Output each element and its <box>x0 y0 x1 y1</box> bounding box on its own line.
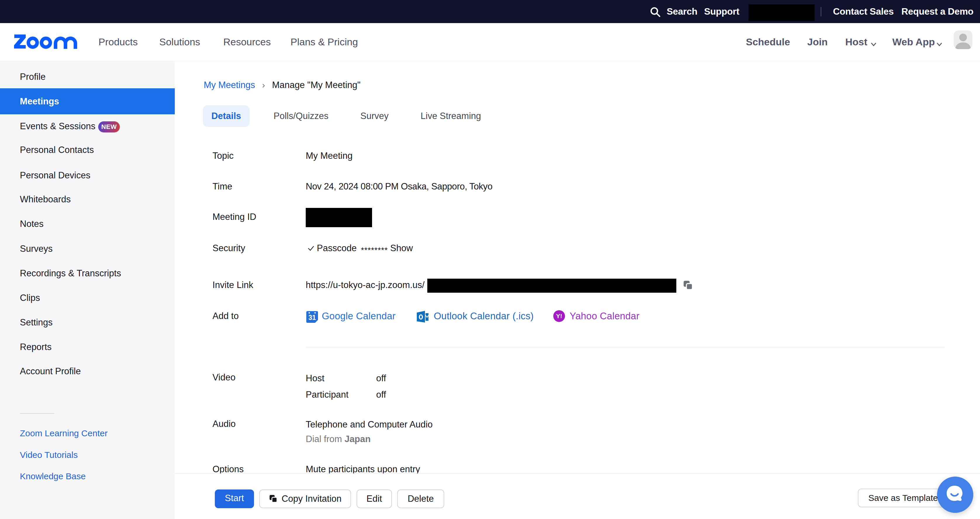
svg-text:31: 31 <box>309 314 316 322</box>
